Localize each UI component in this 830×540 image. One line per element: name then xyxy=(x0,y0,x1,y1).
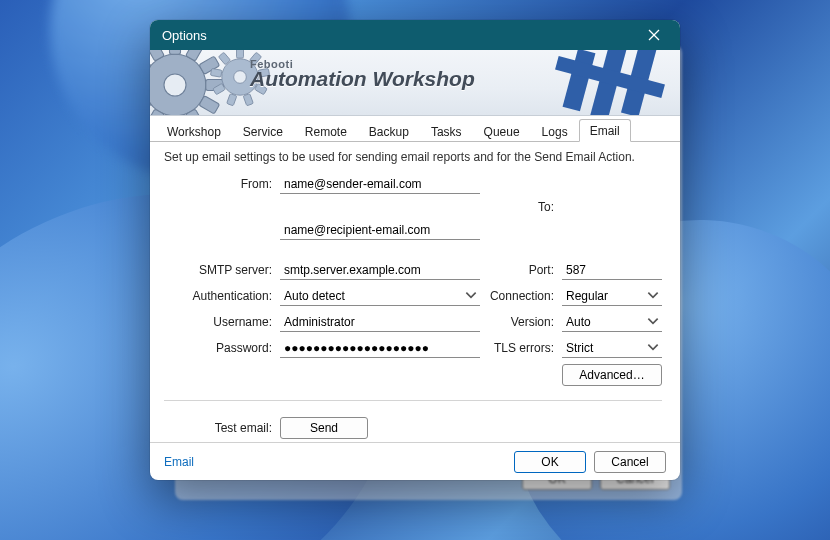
tab-logs[interactable]: Logs xyxy=(531,120,579,142)
svg-rect-11 xyxy=(227,94,237,106)
svg-point-4 xyxy=(164,74,186,96)
close-icon xyxy=(648,29,660,41)
tab-tasks[interactable]: Tasks xyxy=(420,120,473,142)
label-from: From: xyxy=(164,177,274,191)
tab-panel-email: Set up email settings to be used for sen… xyxy=(150,142,680,442)
port-field[interactable] xyxy=(562,260,662,280)
authentication-select[interactable] xyxy=(280,286,480,306)
close-button[interactable] xyxy=(634,23,674,47)
svg-rect-6 xyxy=(237,50,244,58)
label-test-email: Test email: xyxy=(164,421,274,435)
separator xyxy=(164,400,662,401)
label-to: To: xyxy=(486,200,556,214)
label-password: Password: xyxy=(164,341,274,355)
tab-backup[interactable]: Backup xyxy=(358,120,420,142)
label-smtp: SMTP server: xyxy=(164,263,274,277)
svg-rect-13 xyxy=(210,68,222,77)
tab-strip: WorkshopServiceRemoteBackupTasksQueueLog… xyxy=(150,116,680,142)
brand-title: Automation Workshop xyxy=(250,68,550,89)
page-description: Set up email settings to be used for sen… xyxy=(164,150,666,164)
titlebar: Options xyxy=(150,20,680,50)
tab-workshop[interactable]: Workshop xyxy=(156,120,232,142)
banner: Febooti Automation Workshop xyxy=(150,50,680,116)
tab-email[interactable]: Email xyxy=(579,119,631,142)
help-link[interactable]: Email xyxy=(164,455,194,469)
advanced-button[interactable]: Advanced… xyxy=(562,364,662,386)
tab-remote[interactable]: Remote xyxy=(294,120,358,142)
label-tls-errors: TLS errors: xyxy=(486,341,556,355)
tls-errors-select[interactable] xyxy=(562,338,662,358)
dialog-footer: Email OK Cancel xyxy=(150,442,680,480)
cancel-button[interactable]: Cancel xyxy=(594,451,666,473)
options-dialog: Options xyxy=(150,20,680,480)
send-test-email-button[interactable]: Send xyxy=(280,417,368,439)
label-authentication: Authentication: xyxy=(164,289,274,303)
svg-point-15 xyxy=(234,71,247,84)
connection-select[interactable] xyxy=(562,286,662,306)
svg-rect-10 xyxy=(243,94,253,106)
label-connection: Connection: xyxy=(486,289,556,303)
smtp-server-field[interactable] xyxy=(280,260,480,280)
password-field[interactable] xyxy=(280,338,480,358)
label-port: Port: xyxy=(486,263,556,277)
ok-button[interactable]: OK xyxy=(514,451,586,473)
window-title: Options xyxy=(162,28,207,43)
label-username: Username: xyxy=(164,315,274,329)
username-field[interactable] xyxy=(280,312,480,332)
tab-queue[interactable]: Queue xyxy=(473,120,531,142)
banner-graphic-icon xyxy=(550,50,680,116)
svg-rect-3 xyxy=(170,50,181,54)
label-version: Version: xyxy=(486,315,556,329)
tab-service[interactable]: Service xyxy=(232,120,294,142)
version-select[interactable] xyxy=(562,312,662,332)
from-field[interactable] xyxy=(280,174,480,194)
to-field[interactable] xyxy=(280,220,480,240)
